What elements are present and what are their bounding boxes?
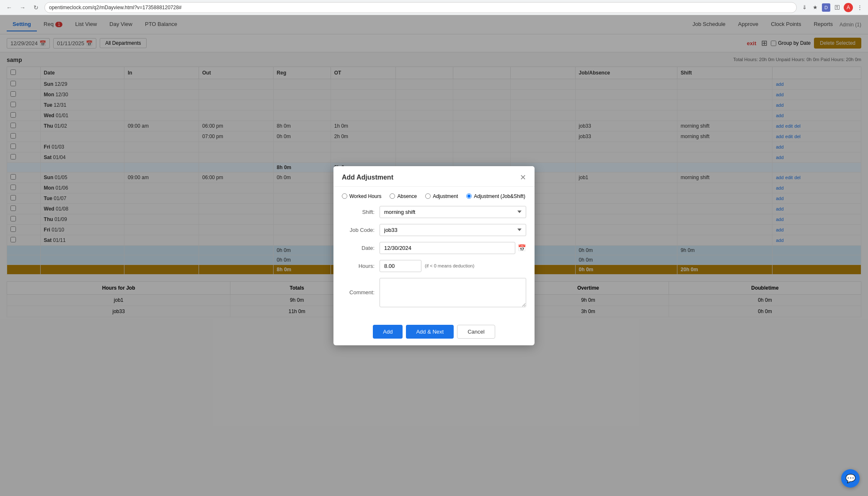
calendar-icon[interactable]: 📅	[518, 244, 526, 252]
radio-absence-input[interactable]	[390, 193, 395, 199]
comment-label: Comment:	[342, 289, 380, 296]
radio-adjustment-job-shift[interactable]: Adjustment (Job&Shift)	[466, 193, 525, 199]
radio-adjustment-label: Adjustment	[433, 193, 458, 199]
modal-overlay: Add Adjustment ✕ Worked Hours Absence A	[0, 15, 868, 496]
menu-icon[interactable]: ⋮	[855, 3, 864, 12]
cancel-button[interactable]: Cancel	[457, 325, 495, 339]
address-bar[interactable]: opentimeclock.com/q2/mDayview.html?v=173…	[44, 2, 797, 13]
shift-row: Shift: morning shift evening shift night…	[342, 206, 526, 218]
radio-worked-hours-input[interactable]	[342, 193, 347, 199]
forward-button[interactable]: →	[18, 3, 28, 13]
chat-button[interactable]: 💬	[841, 469, 860, 488]
profile-icon[interactable]: A	[844, 3, 853, 12]
star-icon[interactable]: ★	[811, 3, 819, 12]
back-button[interactable]: ←	[4, 3, 14, 13]
app-container: Setting Req1 List View Day View PTO Bala…	[0, 15, 868, 496]
download-icon[interactable]: ⇓	[800, 3, 809, 12]
hours-hint: (if < 0 means deduction)	[425, 263, 474, 268]
shift-select[interactable]: morning shift evening shift night shift	[380, 206, 526, 218]
add-adjustment-modal: Add Adjustment ✕ Worked Hours Absence A	[333, 166, 535, 345]
reload-button[interactable]: ↻	[31, 3, 41, 13]
modal-footer: Add Add & Next Cancel	[333, 320, 535, 345]
add-button[interactable]: Add	[373, 325, 403, 339]
job-code-row: Job Code: job1 job33	[342, 224, 526, 236]
radio-absence-label: Absence	[397, 193, 417, 199]
date-row: Date: 📅	[342, 242, 526, 254]
job-code-label: Job Code:	[342, 227, 380, 233]
add-next-button[interactable]: Add & Next	[406, 325, 454, 339]
radio-absence[interactable]: Absence	[390, 193, 417, 199]
hours-field[interactable]	[380, 260, 421, 272]
radio-adjustment-job-shift-input[interactable]	[466, 193, 472, 199]
radio-adjustment[interactable]: Adjustment	[425, 193, 458, 199]
modal-header: Add Adjustment ✕	[333, 166, 535, 187]
date-field[interactable]	[380, 242, 515, 254]
hours-label: Hours:	[342, 263, 380, 269]
comment-row: Comment:	[342, 278, 526, 307]
radio-adjustment-job-shift-label: Adjustment (Job&Shift)	[474, 193, 525, 199]
modal-body: Worked Hours Absence Adjustment Adjustme…	[333, 187, 535, 320]
date-label: Date:	[342, 245, 380, 251]
modal-title: Add Adjustment	[342, 174, 393, 181]
puzzle-icon[interactable]: ⚿	[833, 3, 841, 12]
hours-row: Hours: (if < 0 means deduction)	[342, 260, 526, 272]
browser-bar: ← → ↻ opentimeclock.com/q2/mDayview.html…	[0, 0, 868, 15]
job-code-select[interactable]: job1 job33	[380, 224, 526, 236]
radio-worked-hours[interactable]: Worked Hours	[342, 193, 381, 199]
extension-icon[interactable]: D	[822, 3, 830, 12]
radio-adjustment-input[interactable]	[425, 193, 431, 199]
comment-textarea[interactable]	[380, 278, 526, 307]
adjustment-type-group: Worked Hours Absence Adjustment Adjustme…	[342, 193, 526, 199]
modal-close-button[interactable]: ✕	[520, 173, 526, 182]
url-text: opentimeclock.com/q2/mDayview.html?v=173…	[49, 5, 182, 10]
radio-worked-hours-label: Worked Hours	[349, 193, 381, 199]
shift-label: Shift:	[342, 209, 380, 215]
date-field-wrap: 📅	[380, 242, 526, 254]
browser-actions: ⇓ ★ D ⚿ A ⋮	[800, 3, 864, 12]
